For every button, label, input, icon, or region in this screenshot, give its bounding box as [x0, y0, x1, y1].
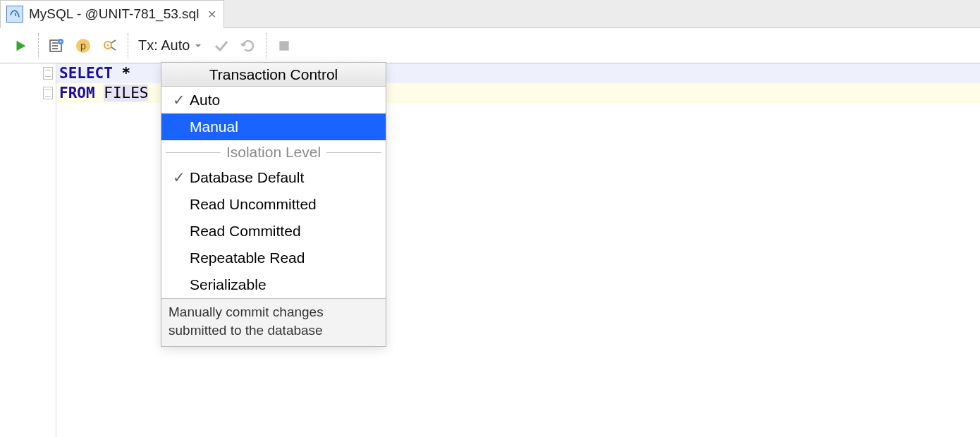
separator [38, 33, 39, 59]
tab-bar: MySQL - @UNIT-781_53.sql ✕ [0, 0, 980, 28]
settings-button[interactable] [97, 33, 123, 59]
popup-item[interactable]: Read Uncommitted [161, 191, 386, 218]
popup-header: Transaction Control [161, 63, 386, 87]
tx-popup: Transaction Control ✓AutoManual Isolatio… [161, 62, 386, 347]
popup-item-label: Manual [190, 118, 238, 135]
commit-button[interactable] [208, 33, 235, 59]
popup-item-label: Repeatable Read [190, 250, 305, 266]
popup-item-label: Auto [190, 92, 220, 109]
tab-title: MySQL - @UNIT-781_53.sql [29, 6, 199, 22]
close-icon[interactable]: ✕ [207, 8, 216, 21]
stop-button[interactable] [271, 33, 298, 59]
separator [128, 33, 128, 59]
popup-item[interactable]: Repeatable Read [161, 245, 386, 271]
popup-item[interactable]: Serializable [161, 271, 386, 298]
popup-item-label: Database Default [190, 169, 304, 186]
svg-rect-6 [280, 41, 289, 50]
separator [266, 33, 267, 59]
code-area[interactable]: SELECT * FROM FILES Transaction Control … [56, 63, 980, 437]
popup-item-label: Serializable [190, 276, 267, 293]
check-icon: ✓ [173, 169, 190, 186]
run-button[interactable] [7, 33, 34, 59]
tab-active[interactable]: MySQL - @UNIT-781_53.sql ✕ [0, 0, 224, 28]
popup-item[interactable]: ✓Database Default [161, 164, 386, 191]
popup-item-label: Read Committed [190, 223, 301, 240]
svg-text:p: p [80, 40, 86, 51]
popup-separator: Isolation Level [161, 140, 386, 164]
popup-item[interactable]: Manual [161, 113, 386, 140]
popup-item[interactable]: Read Committed [161, 218, 386, 245]
popup-item-label: Read Uncommitted [190, 196, 317, 213]
fold-icon[interactable] [43, 67, 53, 80]
gutter [0, 63, 56, 437]
editor: SELECT * FROM FILES Transaction Control … [0, 63, 980, 437]
popup-description: Manually commit changes submitted to the… [161, 298, 386, 346]
rollback-button[interactable] [235, 33, 262, 59]
tx-label: Tx: Auto [138, 37, 190, 54]
tx-mode-dropdown[interactable]: Tx: Auto [133, 33, 208, 59]
popup-item[interactable]: ✓Auto [161, 87, 386, 113]
separator-label: Isolation Level [226, 144, 321, 161]
chevron-down-icon [194, 42, 202, 50]
parameters-button[interactable]: p [70, 33, 97, 59]
toolbar: p Tx: Auto [0, 28, 980, 63]
svg-point-5 [107, 44, 109, 46]
fold-icon[interactable] [43, 87, 53, 99]
explain-plan-button[interactable] [43, 33, 70, 59]
check-icon: ✓ [173, 92, 190, 109]
mysql-file-icon [6, 6, 23, 23]
